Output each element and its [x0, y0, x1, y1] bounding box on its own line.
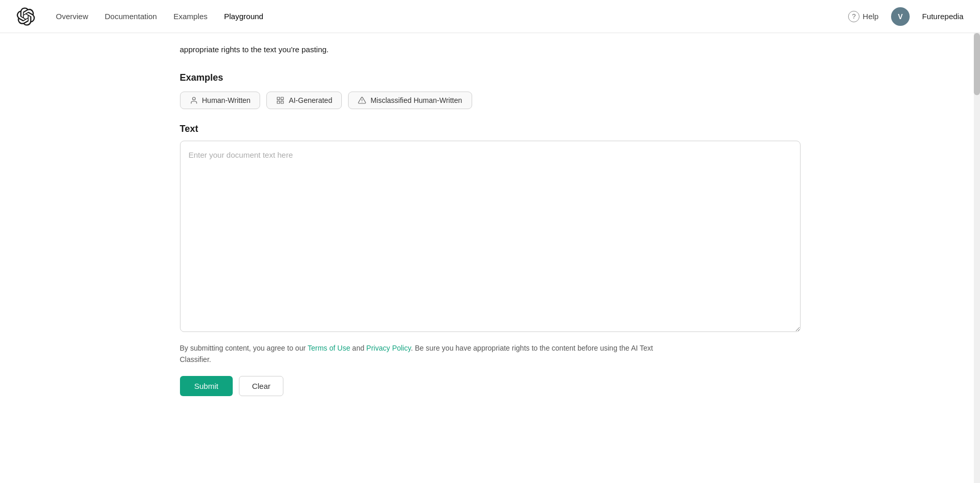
- examples-section: Examples Human-Written: [180, 72, 801, 109]
- scrollbar-thumb[interactable]: [974, 33, 980, 95]
- nav-documentation[interactable]: Documentation: [105, 12, 157, 21]
- example-misclassified[interactable]: Misclassified Human-Written: [348, 92, 472, 109]
- logo[interactable]: [17, 7, 35, 26]
- partial-text: appropriate rights to the text you're pa…: [180, 33, 801, 68]
- svg-rect-2: [281, 97, 284, 100]
- text-area-wrapper: [180, 141, 801, 334]
- disclaimer-prefix: By submitting content, you agree to our: [180, 344, 308, 352]
- action-buttons: Submit Clear: [180, 376, 801, 396]
- svg-rect-4: [277, 101, 280, 103]
- examples-heading: Examples: [180, 72, 801, 83]
- warning-icon: [358, 96, 366, 104]
- avatar[interactable]: V: [891, 7, 910, 26]
- example-ai-generated[interactable]: AI-Generated: [266, 92, 342, 109]
- privacy-link[interactable]: Privacy Policy: [366, 344, 411, 352]
- svg-rect-1: [277, 97, 280, 100]
- nav-overview[interactable]: Overview: [56, 12, 88, 21]
- example-human-written-label: Human-Written: [202, 96, 251, 104]
- clear-button[interactable]: Clear: [239, 376, 283, 396]
- text-section: Text By submitting content, you agree to…: [180, 124, 801, 396]
- submit-button[interactable]: Submit: [180, 376, 233, 396]
- avatar-initials: V: [898, 12, 902, 21]
- navbar: Overview Documentation Examples Playgrou…: [0, 0, 980, 33]
- help-icon: ?: [848, 11, 860, 22]
- disclaimer-middle: and: [350, 344, 366, 352]
- disclaimer: By submitting content, you agree to our …: [180, 342, 676, 366]
- help-label: Help: [863, 12, 879, 21]
- example-ai-generated-label: AI-Generated: [289, 96, 332, 104]
- text-input[interactable]: [180, 141, 801, 332]
- username[interactable]: Futurepedia: [922, 12, 963, 21]
- main-content: appropriate rights to the text you're pa…: [159, 33, 821, 427]
- scrollbar-track: [974, 33, 980, 483]
- svg-point-0: [192, 97, 195, 100]
- person-icon: [190, 96, 198, 104]
- terms-link[interactable]: Terms of Use: [308, 344, 350, 352]
- navbar-links: Overview Documentation Examples Playgrou…: [56, 12, 848, 21]
- text-label: Text: [180, 124, 801, 134]
- nav-examples[interactable]: Examples: [173, 12, 207, 21]
- nav-playground[interactable]: Playground: [224, 12, 263, 21]
- example-misclassified-label: Misclassified Human-Written: [370, 96, 462, 104]
- help-button[interactable]: ? Help: [848, 11, 879, 22]
- example-human-written[interactable]: Human-Written: [180, 92, 261, 109]
- svg-rect-3: [281, 101, 284, 103]
- ai-icon: [276, 96, 284, 104]
- navbar-right: ? Help V Futurepedia: [848, 7, 963, 26]
- examples-buttons: Human-Written AI-Generated: [180, 92, 801, 109]
